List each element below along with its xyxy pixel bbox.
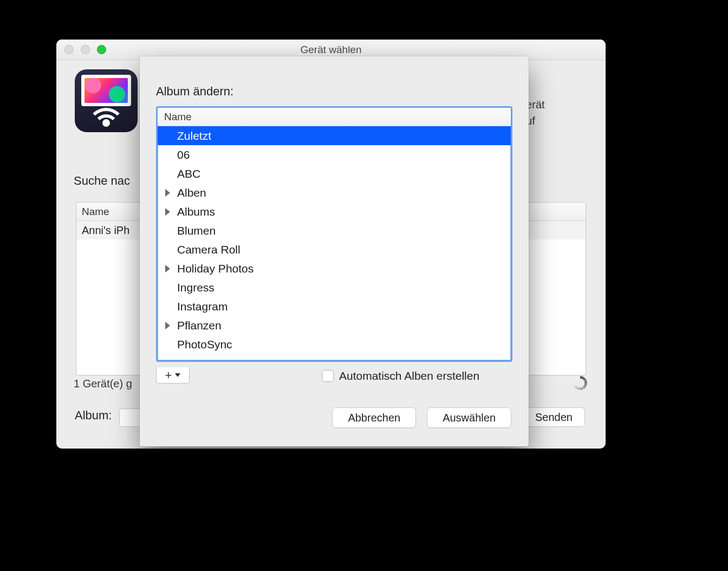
list-item[interactable]: Instagram [158, 297, 511, 316]
list-item[interactable]: Alben [158, 183, 511, 202]
list-item[interactable]: Camera Roll [158, 240, 511, 259]
sheet-title: Album ändern: [156, 85, 233, 99]
choose-button[interactable]: Auswählen [427, 407, 511, 428]
spinner-icon [573, 376, 587, 390]
list-item[interactable]: ABC [158, 164, 511, 183]
window-title: Gerät wählen [56, 44, 606, 56]
auto-create-checkbox[interactable]: Automatisch Alben erstellen [322, 369, 479, 382]
app-icon [75, 69, 138, 132]
list-item-label: ABC [177, 167, 200, 180]
list-item[interactable]: Zuletzt [158, 126, 511, 145]
search-label: Suche nac [74, 174, 130, 188]
list-item-label: Alben [177, 186, 206, 199]
change-album-sheet: Album ändern: Name Zuletzt06ABCAlbenAlbu… [140, 56, 529, 446]
list-item-label: Instagram [177, 300, 227, 313]
wifi-icon [84, 100, 128, 127]
list-item-label: 06 [177, 148, 190, 161]
list-item[interactable]: Blumen [158, 221, 511, 240]
traffic-lights [64, 45, 106, 54]
disclosure-triangle-icon[interactable] [165, 265, 170, 272]
list-item[interactable]: Holiday Photos [158, 259, 511, 278]
description-text: gerät auf [520, 96, 585, 129]
list-item-label: Ingress [177, 281, 214, 294]
list-item-label: Albums [177, 205, 215, 218]
close-icon[interactable] [64, 45, 74, 54]
album-list[interactable]: Name Zuletzt06ABCAlbenAlbumsBlumenCamera… [156, 106, 512, 362]
list-item[interactable]: 06 [158, 145, 511, 164]
list-item[interactable]: Albums [158, 202, 511, 221]
plus-icon: + [165, 369, 172, 381]
list-item[interactable]: Ingress [158, 278, 511, 297]
list-item[interactable]: Pflanzen [158, 316, 511, 335]
album-label: Album: [75, 408, 112, 423]
chevron-down-icon [175, 373, 180, 377]
auto-create-input[interactable] [322, 370, 334, 382]
disclosure-triangle-icon[interactable] [165, 322, 170, 329]
list-item-label: Blumen [177, 224, 216, 237]
list-item-label: Pflanzen [177, 319, 222, 332]
list-item-label: Camera Roll [177, 243, 240, 256]
devices-found-label: 1 Gerät(e) g [74, 378, 132, 390]
list-item-label: Zuletzt [177, 129, 211, 142]
auto-create-label: Automatisch Alben erstellen [339, 369, 479, 382]
list-item-label: Holiday Photos [177, 262, 253, 275]
cancel-button[interactable]: Abbrechen [332, 407, 416, 428]
list-item-label: PhotoSync [177, 338, 232, 351]
zoom-icon[interactable] [97, 45, 106, 54]
add-album-button[interactable]: + [156, 367, 190, 384]
disclosure-triangle-icon[interactable] [165, 189, 170, 197]
album-list-header[interactable]: Name [158, 108, 511, 126]
list-item[interactable]: PhotoSync [158, 335, 511, 354]
minimize-icon[interactable] [81, 45, 90, 54]
disclosure-triangle-icon[interactable] [165, 208, 170, 216]
send-button[interactable]: Senden [523, 407, 585, 427]
